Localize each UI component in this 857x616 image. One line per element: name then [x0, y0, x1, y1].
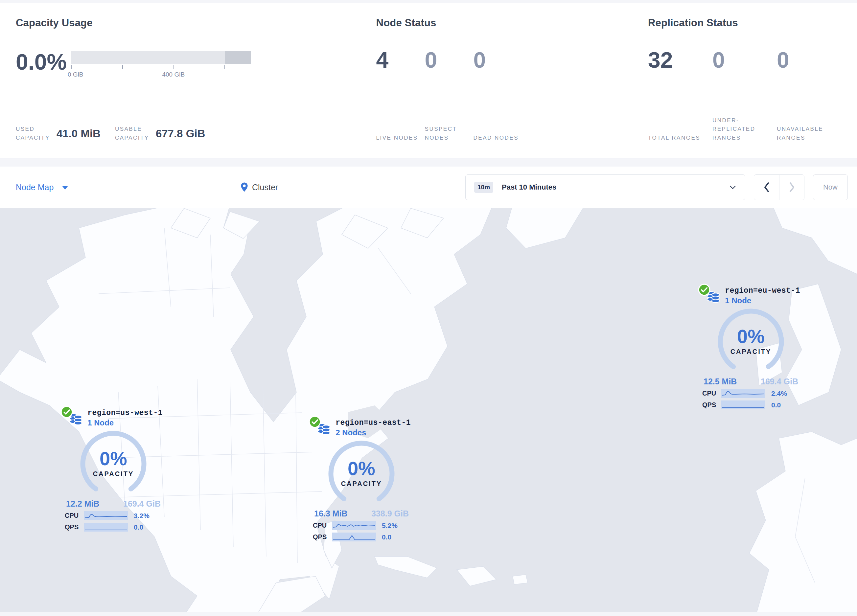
next-time-button[interactable] [779, 175, 804, 200]
used-capacity-stat: USED CAPACITY 41.0 MiB [16, 125, 101, 142]
healthy-check-icon [698, 283, 711, 296]
region-marker-eu-west-1[interactable]: region=eu-west-1 1 Node 0% CAPACITY 12.5… [702, 288, 800, 409]
gauge-caption: CAPACITY [730, 348, 772, 355]
node-map[interactable]: region=us-west-1 1 Node 0% CAPACITY 12.2… [0, 208, 857, 612]
node-status-title: Node Status [376, 17, 648, 29]
capacity-usage-title: Capacity Usage [16, 17, 376, 29]
used-capacity-value: 41.0 MiB [57, 128, 101, 140]
axis-tick [173, 65, 174, 69]
usable-capacity-value: 677.8 GiB [156, 128, 205, 140]
time-step-buttons [754, 174, 804, 200]
region-used-capacity: 12.5 MiB [704, 377, 737, 386]
gauge-caption: CAPACITY [341, 480, 382, 488]
capacity-gauge: 0% CAPACITY [716, 307, 785, 376]
cpu-metric-row: CPU 3.2% [65, 511, 162, 520]
capacity-usage-section: Capacity Usage 0.0% 0 GiB 400 GiB [16, 17, 376, 142]
view-mode-dropdown[interactable]: Node Map [16, 183, 68, 192]
replication-status-section: Replication Status 32 TOTAL RANGES 0 UND… [648, 17, 841, 142]
total-ranges-value: 32 [648, 49, 712, 71]
suspect-nodes-label: SUSPECT NODES [425, 125, 473, 142]
cockroachdb-cluster-overview: { "stats": { "capacity": { "title": "Cap… [0, 0, 857, 616]
cpu-value: 3.2% [128, 512, 162, 520]
dead-nodes-value: 0 [473, 49, 522, 71]
map-toolbar: Node Map Cluster 10m Past 10 Minutes [0, 167, 857, 208]
cpu-label: CPU [702, 390, 721, 397]
replication-status-title: Replication Status [648, 17, 841, 29]
gauge-caption: CAPACITY [93, 470, 134, 478]
usable-capacity-stat: USABLE CAPACITY 677.8 GiB [115, 125, 205, 142]
dead-nodes-stat: 0 DEAD NODES [473, 49, 522, 142]
under-replicated-ranges-value: 0 [712, 49, 777, 71]
axis-label-mid: 400 GiB [162, 71, 185, 78]
page-bottom-strip [0, 612, 857, 616]
under-replicated-ranges-stat: 0 UNDER-REPLICATED RANGES [712, 49, 777, 142]
now-button[interactable]: Now [813, 174, 848, 200]
qps-value: 0.0 [377, 533, 410, 541]
dead-nodes-label: DEAD NODES [473, 134, 522, 142]
time-range-badge: 10m [474, 182, 493, 193]
region-marker-us-east-1[interactable]: region=us-east-1 2 Nodes 0% CAPACITY 16.… [312, 420, 411, 542]
usable-capacity-label: USABLE CAPACITY [115, 125, 154, 142]
qps-sparkline [721, 400, 766, 409]
axis-label-zero: 0 GiB [68, 71, 84, 78]
qps-label: QPS [65, 523, 83, 531]
qps-value: 0.0 [766, 401, 800, 409]
cpu-sparkline [721, 389, 766, 398]
capacity-bar-reserved-segment [225, 51, 251, 64]
region-name: region=us-west-1 [87, 409, 162, 417]
total-ranges-stat: 32 TOTAL RANGES [648, 49, 712, 142]
unavailable-ranges-value: 0 [777, 49, 841, 71]
chevron-down-icon [729, 185, 736, 190]
qps-metric-row: QPS 0.0 [65, 523, 162, 531]
capacity-gauge: 0% CAPACITY [79, 429, 148, 499]
node-status-section: Node Status 4 LIVE NODES 0 SUSPECT NODES… [376, 17, 648, 142]
region-total-capacity: 169.4 GiB [761, 377, 798, 386]
cluster-summary-bar: Capacity Usage 0.0% 0 GiB 400 GiB [0, 3, 857, 158]
live-nodes-stat: 4 LIVE NODES [376, 49, 425, 142]
region-used-capacity: 12.2 MiB [66, 499, 99, 509]
breadcrumb[interactable]: Cluster [240, 182, 278, 193]
unavailable-ranges-label: UNAVAILABLE RANGES [777, 125, 833, 142]
healthy-check-icon [60, 405, 73, 418]
region-name: region=us-east-1 [336, 418, 411, 427]
previous-time-button[interactable] [754, 175, 779, 200]
qps-metric-row: QPS 0.0 [702, 400, 800, 409]
used-capacity-label: USED CAPACITY [16, 125, 54, 142]
region-nodes-link[interactable]: 1 Node [725, 296, 800, 305]
qps-label: QPS [702, 401, 721, 409]
chevron-down-icon [62, 186, 68, 190]
axis-tick [224, 65, 225, 69]
capacity-gauge: 0% CAPACITY [327, 439, 396, 508]
time-controls: 10m Past 10 Minutes Now [465, 174, 848, 200]
region-nodes-link[interactable]: 1 Node [87, 418, 162, 428]
suspect-nodes-stat: 0 SUSPECT NODES [425, 49, 473, 142]
region-nodes-link[interactable]: 2 Nodes [336, 428, 411, 437]
map-pin-icon [240, 182, 249, 193]
qps-label: QPS [313, 533, 331, 541]
total-ranges-label: TOTAL RANGES [648, 134, 701, 142]
region-total-capacity: 338.9 GiB [371, 509, 409, 519]
region-total-capacity: 169.4 GiB [123, 499, 161, 509]
unavailable-ranges-stat: 0 UNAVAILABLE RANGES [777, 49, 841, 142]
time-range-select[interactable]: 10m Past 10 Minutes [465, 174, 745, 200]
breadcrumb-label: Cluster [252, 183, 278, 192]
chevron-left-icon [763, 182, 770, 193]
qps-sparkline [83, 523, 128, 531]
time-range-label: Past 10 Minutes [502, 183, 556, 191]
cpu-metric-row: CPU 2.4% [702, 389, 800, 398]
axis-tick [122, 65, 123, 69]
suspect-nodes-value: 0 [425, 49, 473, 71]
cpu-sparkline [83, 511, 128, 520]
axis-tick [71, 65, 72, 69]
qps-value: 0.0 [128, 523, 162, 531]
under-replicated-ranges-label: UNDER-REPLICATED RANGES [712, 116, 762, 142]
capacity-bar-axis [71, 65, 251, 69]
healthy-check-icon [308, 415, 321, 428]
gauge-percent: 0% [348, 459, 375, 478]
gauge-percent: 0% [737, 327, 765, 346]
region-marker-us-west-1[interactable]: region=us-west-1 1 Node 0% CAPACITY 12.2… [64, 410, 162, 531]
cpu-metric-row: CPU 5.2% [313, 521, 410, 530]
cpu-value: 5.2% [377, 522, 410, 530]
cpu-label: CPU [313, 522, 331, 529]
capacity-bar-chart: 0 GiB 400 GiB [71, 51, 251, 79]
